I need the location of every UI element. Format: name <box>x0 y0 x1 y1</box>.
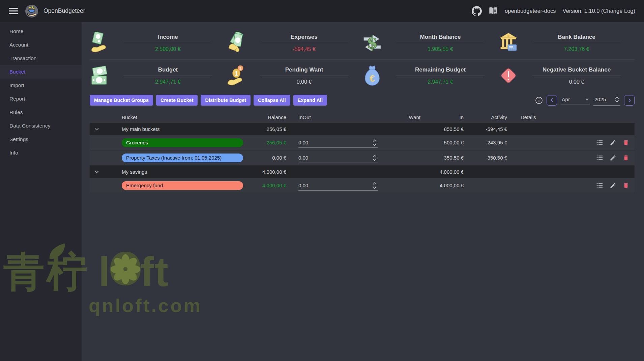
year-input[interactable]: 2025 <box>593 95 620 106</box>
card-value: 0,00 € <box>530 79 623 85</box>
bucket-row: Property Taxes (Inactive from: 01.05.202… <box>90 150 635 166</box>
edit-pencil-icon[interactable] <box>610 155 616 161</box>
create-bucket-button[interactable]: Create Bucket <box>156 95 198 106</box>
bucket-balance: 256,05 € <box>248 140 286 145</box>
version-label[interactable]: Version: 1.10.0 (Change Log) <box>562 8 635 14</box>
summary-cards-row-1: Income 2.500,00 € <box>90 27 635 60</box>
group-activity: -594,45 € <box>464 126 507 132</box>
bucket-in: 4.000,00 € <box>420 183 464 188</box>
divider <box>396 43 485 43</box>
card-value: 2.947,71 € <box>394 79 487 85</box>
divider <box>260 76 349 76</box>
group-name: My main buckets <box>103 126 248 132</box>
sidebar-item-import[interactable]: Import <box>0 79 82 92</box>
bucket-activity: -350,50 € <box>464 155 507 161</box>
month-select-value: Apr <box>562 96 570 103</box>
divider <box>123 43 212 43</box>
app-logo-icon <box>25 5 38 18</box>
bucket-details-icon[interactable] <box>596 139 603 146</box>
year-input-value: 2025 <box>594 96 606 103</box>
income-icon <box>90 31 110 55</box>
bucket-group-row[interactable]: My savings 4.000,00 € 4.000,00 € <box>90 166 635 178</box>
bucket-name-pill[interactable]: Groceries <box>122 138 243 147</box>
divider <box>532 76 621 76</box>
bucket-details-icon[interactable] <box>596 182 603 189</box>
bucket-in: 350,50 € <box>420 155 464 161</box>
inout-input[interactable]: 0,00 <box>298 138 378 148</box>
menu-icon[interactable] <box>9 8 18 14</box>
collapse-all-button[interactable]: Collapse All <box>254 95 290 106</box>
edit-pencil-icon[interactable] <box>610 182 616 189</box>
sidebar-item-account[interactable]: Account <box>0 38 82 52</box>
inout-input-value: 0,00 <box>298 140 308 145</box>
docs-book-icon[interactable] <box>489 7 498 16</box>
chevron-down-icon[interactable] <box>90 169 103 175</box>
svg-text:$: $ <box>367 33 378 52</box>
budget-icon <box>90 64 110 87</box>
toolbar: Manage Bucket Groups Create Bucket Distr… <box>90 95 635 106</box>
delete-trash-icon[interactable] <box>623 154 629 161</box>
inout-input[interactable]: 0,00 <box>298 153 378 163</box>
delete-trash-icon[interactable] <box>623 182 629 189</box>
inout-input[interactable]: 0,00 <box>298 180 378 191</box>
header-inout: InOut <box>286 114 378 120</box>
card-title: Bank Balance <box>530 34 623 40</box>
sidebar-item-rules[interactable]: Rules <box>0 106 82 119</box>
month-select[interactable]: Apr <box>561 95 590 105</box>
sidebar-item-report[interactable]: Report <box>0 92 82 106</box>
card-title: Budget <box>121 66 214 73</box>
table-header-row: Bucket Balance InOut Want In Activity De… <box>90 112 635 123</box>
card-title: Month Balance <box>394 34 487 40</box>
docs-link[interactable]: openbudgeteer-docs <box>505 8 556 14</box>
card-value: 2.947,71 € <box>121 79 214 85</box>
github-icon[interactable] <box>472 6 482 16</box>
card-title: Pending Want <box>258 66 351 73</box>
card-title: Negative Bucket Balance <box>530 66 623 73</box>
sidebar-item-settings[interactable]: Settings <box>0 133 82 146</box>
sidebar-item-info[interactable]: Info <box>0 146 82 160</box>
divider <box>260 43 349 43</box>
edit-pencil-icon[interactable] <box>610 139 616 146</box>
summary-card-bank-balance: Bank Balance 7.203,76 € <box>498 29 635 57</box>
card-value: 0,00 € <box>258 79 351 85</box>
previous-month-button[interactable] <box>547 95 557 106</box>
summary-card-pending-want: 1 1 Pending Want 0,00 € <box>226 62 362 89</box>
spinner-icon[interactable] <box>372 138 377 148</box>
summary-card-month-balance: $ Month Balance 1.905,55 € <box>362 29 498 57</box>
next-month-button[interactable] <box>624 95 635 106</box>
inout-input-value: 0,00 <box>298 155 308 161</box>
summary-card-budget: Budget 2.947,71 € <box>90 62 226 89</box>
svg-text:1: 1 <box>235 70 238 77</box>
chevron-down-icon[interactable] <box>90 126 103 132</box>
bucket-name-pill[interactable]: Emergency fund <box>122 181 243 190</box>
group-in: 4.000,00 € <box>420 169 464 175</box>
bucket-name-pill[interactable]: Property Taxes (Inactive from: 01.05.202… <box>122 154 243 162</box>
manage-bucket-groups-button[interactable]: Manage Bucket Groups <box>90 95 153 106</box>
bucket-activity: -243,95 € <box>464 140 507 145</box>
header-in: In <box>420 114 464 120</box>
header-activity: Activity <box>464 114 507 120</box>
main-content: Income 2.500,00 € <box>82 22 644 361</box>
header-bucket: Bucket <box>103 114 248 120</box>
expand-all-button[interactable]: Expand All <box>293 95 327 106</box>
spinner-icon[interactable] <box>372 181 377 191</box>
top-bar: OpenBudgeteer openbudgeteer-docs Version… <box>0 0 644 22</box>
bucket-details-icon[interactable] <box>596 154 603 161</box>
chevron-left-icon <box>549 98 555 103</box>
spinner-icon[interactable] <box>615 96 619 103</box>
sidebar-item-data-consistency[interactable]: Data Consistency <box>0 119 82 133</box>
group-balance: 256,05 € <box>248 126 286 132</box>
sidebar-item-transaction[interactable]: Transaction <box>0 52 82 65</box>
info-icon[interactable] <box>535 96 543 104</box>
sidebar-item-home[interactable]: Home <box>0 25 82 38</box>
card-title: Expenses <box>258 34 351 40</box>
distribute-budget-button[interactable]: Distribute Budget <box>201 95 251 106</box>
sidebar-item-bucket[interactable]: Bucket <box>0 65 82 79</box>
inout-input-value: 0,00 <box>298 183 308 188</box>
card-value: 2.500,00 € <box>121 46 214 52</box>
expenses-icon <box>226 31 246 55</box>
divider <box>532 43 621 43</box>
bucket-group-row[interactable]: My main buckets 256,05 € 850,50 € -594,4… <box>90 123 635 135</box>
delete-trash-icon[interactable] <box>623 139 629 146</box>
spinner-icon[interactable] <box>372 154 377 163</box>
